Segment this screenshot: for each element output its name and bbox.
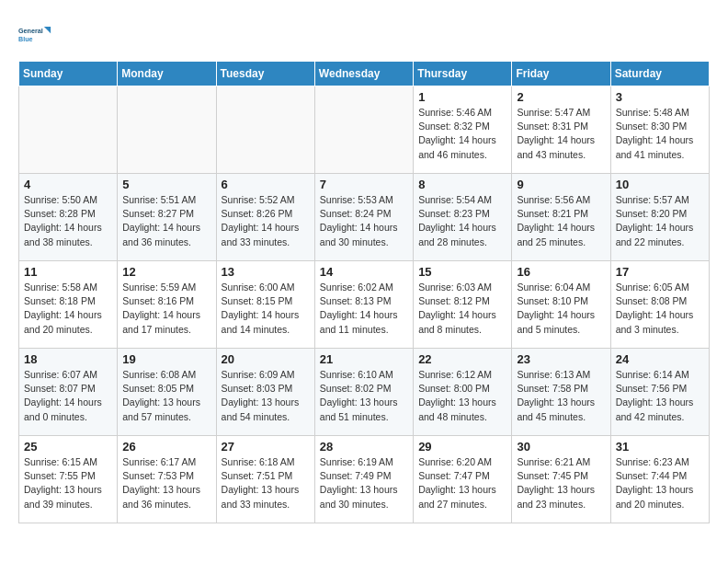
day-info: Sunrise: 6:23 AMSunset: 7:44 PMDaylight:… [616, 455, 704, 511]
day-info: Sunrise: 6:08 AMSunset: 8:05 PMDaylight:… [122, 368, 210, 424]
day-number: 18 [24, 352, 112, 366]
day-cell: 30Sunrise: 6:21 AMSunset: 7:45 PMDayligh… [512, 436, 610, 523]
column-header-wednesday: Wednesday [314, 62, 413, 86]
day-cell: 20Sunrise: 6:09 AMSunset: 8:03 PMDayligh… [216, 349, 314, 436]
day-cell: 28Sunrise: 6:19 AMSunset: 7:49 PMDayligh… [314, 436, 413, 523]
calendar: SundayMondayTuesdayWednesdayThursdayFrid… [18, 61, 710, 523]
column-header-monday: Monday [118, 62, 216, 86]
day-cell: 29Sunrise: 6:20 AMSunset: 7:47 PMDayligh… [414, 436, 512, 523]
day-number: 6 [222, 178, 310, 191]
day-number: 16 [517, 265, 605, 279]
day-info: Sunrise: 5:58 AMSunset: 8:18 PMDaylight:… [24, 281, 112, 337]
day-cell: 24Sunrise: 6:14 AMSunset: 7:56 PMDayligh… [610, 349, 709, 436]
week-row-3: 11Sunrise: 5:58 AMSunset: 8:18 PMDayligh… [19, 261, 710, 349]
day-cell: 10Sunrise: 5:57 AMSunset: 8:20 PMDayligh… [610, 174, 709, 261]
day-cell: 27Sunrise: 6:18 AMSunset: 7:51 PMDayligh… [216, 436, 314, 523]
day-cell: 5Sunrise: 5:51 AMSunset: 8:27 PMDaylight… [118, 174, 216, 261]
day-info: Sunrise: 6:19 AMSunset: 7:49 PMDaylight:… [320, 455, 408, 511]
day-info: Sunrise: 6:04 AMSunset: 8:10 PMDaylight:… [517, 281, 605, 337]
day-number: 11 [24, 265, 112, 279]
day-info: Sunrise: 6:05 AMSunset: 8:08 PMDaylight:… [616, 281, 704, 337]
day-number: 15 [418, 265, 506, 279]
day-info: Sunrise: 5:56 AMSunset: 8:21 PMDaylight:… [517, 193, 605, 249]
day-cell: 22Sunrise: 6:12 AMSunset: 8:00 PMDayligh… [414, 349, 512, 436]
day-cell: 15Sunrise: 6:03 AMSunset: 8:12 PMDayligh… [414, 261, 512, 349]
day-cell: 23Sunrise: 6:13 AMSunset: 7:58 PMDayligh… [512, 349, 610, 436]
day-cell: 31Sunrise: 6:23 AMSunset: 7:44 PMDayligh… [610, 436, 709, 523]
column-header-friday: Friday [512, 62, 610, 86]
day-number: 19 [122, 352, 210, 366]
day-number: 8 [418, 178, 506, 191]
day-info: Sunrise: 5:59 AMSunset: 8:16 PMDaylight:… [122, 281, 210, 337]
day-info: Sunrise: 5:51 AMSunset: 8:27 PMDaylight:… [122, 193, 210, 249]
day-info: Sunrise: 6:07 AMSunset: 8:07 PMDaylight:… [24, 368, 112, 424]
calendar-body: 1Sunrise: 5:46 AMSunset: 8:32 PMDaylight… [19, 86, 710, 523]
day-info: Sunrise: 6:18 AMSunset: 7:51 PMDaylight:… [222, 455, 310, 511]
day-info: Sunrise: 5:48 AMSunset: 8:30 PMDaylight:… [616, 106, 704, 162]
day-number: 21 [320, 352, 408, 366]
day-number: 31 [616, 440, 704, 454]
day-info: Sunrise: 6:17 AMSunset: 7:53 PMDaylight:… [122, 455, 210, 511]
day-number: 5 [122, 178, 210, 191]
day-cell: 13Sunrise: 6:00 AMSunset: 8:15 PMDayligh… [216, 261, 314, 349]
day-number: 24 [616, 352, 704, 366]
day-info: Sunrise: 5:46 AMSunset: 8:32 PMDaylight:… [418, 106, 506, 162]
day-info: Sunrise: 6:10 AMSunset: 8:02 PMDaylight:… [320, 368, 408, 424]
day-cell: 26Sunrise: 6:17 AMSunset: 7:53 PMDayligh… [118, 436, 216, 523]
day-info: Sunrise: 6:14 AMSunset: 7:56 PMDaylight:… [616, 368, 704, 424]
day-cell [118, 86, 216, 174]
logo: GeneralBlue [18, 18, 51, 52]
week-row-1: 1Sunrise: 5:46 AMSunset: 8:32 PMDaylight… [19, 86, 710, 174]
day-cell: 8Sunrise: 5:54 AMSunset: 8:23 PMDaylight… [414, 174, 512, 261]
day-number: 2 [517, 90, 605, 104]
day-cell: 16Sunrise: 6:04 AMSunset: 8:10 PMDayligh… [512, 261, 610, 349]
day-cell: 4Sunrise: 5:50 AMSunset: 8:28 PMDaylight… [19, 174, 118, 261]
day-cell: 21Sunrise: 6:10 AMSunset: 8:02 PMDayligh… [314, 349, 413, 436]
column-header-thursday: Thursday [414, 62, 512, 86]
day-number: 30 [517, 440, 605, 454]
svg-text:Blue: Blue [18, 35, 33, 43]
day-number: 28 [320, 440, 408, 454]
day-cell: 12Sunrise: 5:59 AMSunset: 8:16 PMDayligh… [118, 261, 216, 349]
day-cell: 1Sunrise: 5:46 AMSunset: 8:32 PMDaylight… [414, 86, 512, 174]
day-number: 14 [320, 265, 408, 279]
day-info: Sunrise: 6:09 AMSunset: 8:03 PMDaylight:… [222, 368, 310, 424]
day-number: 9 [517, 178, 605, 191]
day-number: 12 [122, 265, 210, 279]
day-info: Sunrise: 6:03 AMSunset: 8:12 PMDaylight:… [418, 281, 506, 337]
day-number: 27 [222, 440, 310, 454]
day-cell [19, 86, 118, 174]
day-number: 3 [616, 90, 704, 104]
day-cell: 11Sunrise: 5:58 AMSunset: 8:18 PMDayligh… [19, 261, 118, 349]
day-cell [314, 86, 413, 174]
day-info: Sunrise: 6:15 AMSunset: 7:55 PMDaylight:… [24, 455, 112, 511]
day-cell: 7Sunrise: 5:53 AMSunset: 8:24 PMDaylight… [314, 174, 413, 261]
svg-marker-2 [44, 27, 51, 33]
column-header-saturday: Saturday [610, 62, 709, 86]
day-number: 25 [24, 440, 112, 454]
day-cell: 2Sunrise: 5:47 AMSunset: 8:31 PMDaylight… [512, 86, 610, 174]
column-header-sunday: Sunday [19, 62, 118, 86]
day-cell: 18Sunrise: 6:07 AMSunset: 8:07 PMDayligh… [19, 349, 118, 436]
day-number: 4 [24, 178, 112, 191]
day-info: Sunrise: 5:47 AMSunset: 8:31 PMDaylight:… [517, 106, 605, 162]
logo-icon: GeneralBlue [18, 18, 51, 52]
day-info: Sunrise: 5:52 AMSunset: 8:26 PMDaylight:… [222, 193, 310, 249]
week-row-4: 18Sunrise: 6:07 AMSunset: 8:07 PMDayligh… [19, 349, 710, 436]
day-cell: 19Sunrise: 6:08 AMSunset: 8:05 PMDayligh… [118, 349, 216, 436]
day-number: 10 [616, 178, 704, 191]
day-cell: 17Sunrise: 6:05 AMSunset: 8:08 PMDayligh… [610, 261, 709, 349]
day-number: 29 [418, 440, 506, 454]
day-info: Sunrise: 6:00 AMSunset: 8:15 PMDaylight:… [222, 281, 310, 337]
day-number: 26 [122, 440, 210, 454]
day-cell [216, 86, 314, 174]
week-row-2: 4Sunrise: 5:50 AMSunset: 8:28 PMDaylight… [19, 174, 710, 261]
day-number: 13 [222, 265, 310, 279]
day-cell: 9Sunrise: 5:56 AMSunset: 8:21 PMDaylight… [512, 174, 610, 261]
day-info: Sunrise: 6:12 AMSunset: 8:00 PMDaylight:… [418, 368, 506, 424]
day-info: Sunrise: 5:50 AMSunset: 8:28 PMDaylight:… [24, 193, 112, 249]
day-cell: 3Sunrise: 5:48 AMSunset: 8:30 PMDaylight… [610, 86, 709, 174]
day-info: Sunrise: 5:53 AMSunset: 8:24 PMDaylight:… [320, 193, 408, 249]
day-cell: 6Sunrise: 5:52 AMSunset: 8:26 PMDaylight… [216, 174, 314, 261]
calendar-header: SundayMondayTuesdayWednesdayThursdayFrid… [19, 62, 710, 86]
